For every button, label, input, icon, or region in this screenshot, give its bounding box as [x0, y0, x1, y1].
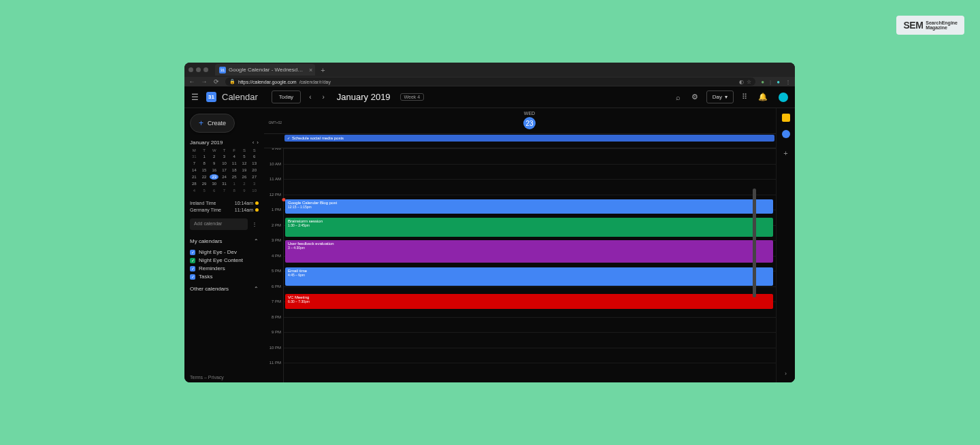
scrollbar[interactable]: [753, 163, 756, 374]
site-info-icon[interactable]: ◐: [739, 79, 744, 85]
calendar-event[interactable]: Google Calendar Blog post12:15 – 1:15pm: [285, 199, 773, 214]
calendar-event[interactable]: VC Meeting6:30 – 7:30pm: [285, 294, 773, 309]
view-selector[interactable]: Day▾: [706, 90, 734, 103]
mini-day[interactable]: 12: [240, 161, 249, 166]
date-number[interactable]: 23: [523, 117, 536, 129]
mini-prev-icon[interactable]: ‹: [252, 139, 255, 146]
sidebar: + Create January 2019 ‹ › MTWTFSS3112345…: [184, 108, 264, 382]
mini-day[interactable]: 11: [230, 161, 239, 166]
mini-day[interactable]: 22: [200, 174, 209, 180]
mini-day[interactable]: 31: [220, 181, 229, 186]
notifications-icon[interactable]: 🔔: [758, 93, 768, 101]
url-bar: ← → ⟳ 🔒 https://calendar.google.com/cale…: [184, 77, 795, 86]
other-calendars-label: Other calendars: [190, 286, 229, 292]
mini-day[interactable]: 13: [250, 161, 259, 166]
mini-day[interactable]: 5: [240, 154, 249, 159]
mini-day[interactable]: 17: [220, 167, 229, 173]
add-calendar-input[interactable]: Add calendar: [190, 218, 248, 230]
mini-day[interactable]: 2: [240, 181, 249, 186]
mini-day[interactable]: 1: [200, 154, 209, 159]
events-column[interactable]: Google Calendar Blog post12:15 – 1:15pmB…: [283, 148, 776, 382]
calendar-event[interactable]: User feedback evaluation3 – 4:30pm: [285, 240, 773, 263]
mini-day[interactable]: 3: [220, 154, 229, 159]
mini-day[interactable]: 7: [190, 161, 199, 166]
close-tab-icon[interactable]: ×: [309, 67, 312, 73]
mini-day[interactable]: 14: [190, 167, 199, 173]
mini-day[interactable]: 24: [220, 174, 229, 180]
collapse-icon[interactable]: ⌃: [254, 286, 259, 292]
browser-menu-icon[interactable]: ⋮: [785, 79, 791, 85]
check-icon: ✓: [287, 136, 290, 140]
add-on-plus-icon[interactable]: +: [783, 149, 787, 157]
mini-day[interactable]: 7: [220, 188, 229, 193]
collapse-icon[interactable]: ⌃: [254, 238, 259, 244]
mini-day[interactable]: 26: [240, 174, 249, 180]
menu-icon[interactable]: ☰: [191, 93, 201, 102]
mini-next-icon[interactable]: ›: [257, 139, 259, 146]
extension-icon[interactable]: ●: [761, 79, 764, 85]
mini-day[interactable]: 1: [230, 181, 239, 186]
url-field[interactable]: 🔒 https://calendar.google.com/calendar/r…: [225, 78, 755, 86]
mini-day[interactable]: 9: [240, 188, 249, 193]
tasks-icon[interactable]: [782, 130, 790, 138]
today-button[interactable]: Today: [272, 90, 301, 103]
mini-day[interactable]: 2: [210, 154, 218, 159]
back-icon[interactable]: ←: [189, 78, 195, 85]
add-calendar-menu-icon[interactable]: ⋮: [250, 218, 259, 230]
chevron-down-icon: ▾: [725, 94, 728, 100]
create-button[interactable]: + Create: [190, 114, 235, 133]
mini-day[interactable]: 23: [210, 174, 218, 180]
mini-day[interactable]: 21: [190, 174, 199, 180]
reload-icon[interactable]: ⟳: [213, 78, 220, 85]
star-icon[interactable]: ☆: [747, 79, 751, 85]
calendar-event[interactable]: Brainstorm session1:30 – 2:45pm: [285, 218, 773, 237]
mini-day[interactable]: 6: [250, 154, 259, 159]
mini-day[interactable]: 4: [190, 188, 199, 193]
tab-favicon: 31: [219, 67, 226, 73]
mini-day[interactable]: 20: [250, 167, 259, 173]
mini-day[interactable]: 28: [190, 181, 199, 186]
mini-day[interactable]: 10: [220, 161, 229, 166]
mini-day[interactable]: 10: [250, 188, 259, 193]
mini-day[interactable]: 8: [200, 161, 209, 166]
mini-day[interactable]: 9: [210, 161, 218, 166]
next-day-icon[interactable]: ›: [319, 93, 327, 101]
mini-day[interactable]: 19: [240, 167, 249, 173]
mini-day[interactable]: 4: [230, 154, 239, 159]
prev-day-icon[interactable]: ‹: [306, 93, 314, 101]
avatar[interactable]: [779, 93, 788, 102]
new-tab-icon[interactable]: +: [321, 66, 325, 74]
settings-icon[interactable]: ⚙: [691, 93, 698, 101]
browser-tab[interactable]: 31 Google Calendar - Wednesd… ×: [215, 64, 315, 76]
browser-window: 31 Google Calendar - Wednesd… × + ← → ⟳ …: [184, 63, 795, 382]
calendar-event[interactable]: Email time4:45 – 6pm: [285, 267, 773, 286]
search-icon[interactable]: ⌕: [676, 93, 681, 101]
forward-icon[interactable]: →: [201, 78, 208, 85]
terms-link[interactable]: Terms – Privacy: [190, 375, 259, 380]
mini-day[interactable]: 15: [200, 167, 209, 173]
mini-day[interactable]: 16: [210, 167, 218, 173]
mini-day[interactable]: 3: [250, 181, 259, 186]
calendar-toggle[interactable]: ✓Reminders: [190, 265, 259, 271]
my-calendars-label: My calendars: [190, 238, 223, 244]
collapse-panel-icon[interactable]: ›: [785, 370, 787, 377]
mini-day[interactable]: 8: [230, 188, 239, 193]
all-day-event[interactable]: ✓ Schedule social media posts: [284, 135, 774, 142]
calendar-toggle[interactable]: ✓Night Eye - Dev: [190, 249, 259, 255]
apps-icon[interactable]: ⠿: [742, 93, 747, 101]
mini-day[interactable]: 6: [210, 188, 218, 193]
keep-icon[interactable]: [782, 114, 790, 122]
mini-calendar[interactable]: MTWTFSS311234567891011121314151617181920…: [190, 148, 259, 193]
mini-day[interactable]: 25: [230, 174, 239, 180]
tab-title: Google Calendar - Wednesd…: [229, 67, 303, 73]
calendar-toggle[interactable]: ✓Tasks: [190, 274, 259, 280]
mini-day[interactable]: 5: [200, 188, 209, 193]
mini-day[interactable]: 18: [230, 167, 239, 173]
calendar-toggle[interactable]: ✓Night Eye Content: [190, 257, 259, 263]
traffic-lights[interactable]: [189, 67, 208, 72]
extension-icon-2[interactable]: ●: [777, 79, 780, 85]
mini-day[interactable]: 30: [210, 181, 218, 186]
mini-day[interactable]: 27: [250, 174, 259, 180]
mini-day[interactable]: 31: [190, 154, 199, 159]
mini-day[interactable]: 29: [200, 181, 209, 186]
